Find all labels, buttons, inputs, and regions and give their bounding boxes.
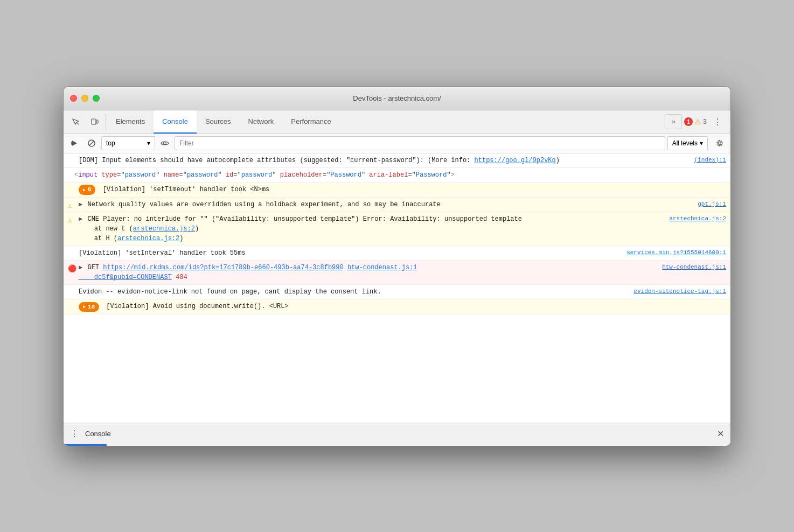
console-toolbar: top ▾ All levels ▾ [64, 134, 730, 153]
tab-network[interactable]: Network [240, 110, 283, 134]
minimize-button[interactable] [81, 95, 88, 102]
svg-point-7 [164, 142, 166, 145]
entry-content: ▶ GET https://mid.rkdms.com/ids?ptk=17c1… [79, 263, 656, 282]
violation-badge[interactable]: ▶ 18 [79, 302, 99, 312]
filter-input[interactable] [175, 136, 665, 150]
console-entry: ⚠ ▶ Network quality values are overridde… [64, 198, 730, 212]
error-badge: 1 ⚠ 3 [684, 117, 707, 126]
context-dropdown-arrow: ▾ [147, 139, 150, 147]
entry-content: [Violation] 'setInterval' handler took 5… [79, 248, 620, 258]
bottom-bar-wrapper: ⋮ Console ✕ [64, 423, 730, 446]
tabs-divider [106, 114, 106, 130]
entry-content: ▶ 6 [Violation] 'setTimeout' handler too… [79, 185, 726, 195]
execute-button[interactable] [67, 136, 82, 150]
entry-source[interactable]: gpt.js:1 [691, 200, 726, 209]
window-title: DevTools - arstechnica.com/ [353, 94, 441, 102]
console-output: [DOM] Input elements should have autocom… [64, 153, 730, 423]
more-tabs-button[interactable]: » [665, 114, 682, 129]
violation-badge[interactable]: ▶ 6 [79, 185, 95, 195]
tab-performance[interactable]: Performance [282, 110, 339, 134]
bottom-bar-close-button[interactable]: ✕ [717, 429, 724, 439]
close-button[interactable] [70, 95, 77, 102]
console-entry: ▶ 18 [Violation] Avoid using document.wr… [64, 299, 730, 314]
entry-content: [DOM] Input elements should have autocom… [79, 156, 688, 165]
clear-console-button[interactable] [84, 136, 99, 150]
warning-icon: ⚠ [694, 117, 701, 126]
devtools-panel: Elements Console Sources Network Perform… [64, 110, 730, 446]
svg-point-8 [719, 142, 721, 145]
console-entry: 🔴 ▶ GET https://mid.rkdms.com/ids?ptk=17… [64, 261, 730, 285]
tab-elements[interactable]: Elements [107, 110, 154, 134]
devtools-menu-button[interactable]: ⋮ [709, 117, 726, 127]
levels-dropdown-arrow: ▾ [700, 139, 703, 147]
svg-line-0 [76, 122, 79, 124]
bottom-bar-menu-button[interactable]: ⋮ [70, 429, 79, 439]
entry-content: ▶ 18 [Violation] Avoid using document.wr… [79, 302, 726, 312]
live-expressions-button[interactable] [157, 136, 172, 150]
inspect-element-button[interactable] [66, 110, 85, 134]
entry-source[interactable]: services.min.js?1555014600:1 [620, 248, 726, 257]
svg-line-6 [89, 141, 94, 145]
console-entry: ▶ 6 [Violation] 'setTimeout' handler too… [64, 183, 730, 198]
tab-console[interactable]: Console [154, 110, 197, 134]
bottom-bar: ⋮ Console ✕ [64, 423, 730, 444]
entry-source[interactable]: (index):1 [688, 156, 726, 165]
tabs-bar: Elements Console Sources Network Perform… [64, 110, 730, 134]
warning-icon: ⚠ [68, 201, 72, 212]
log-level-selector[interactable]: All levels ▾ [667, 136, 708, 150]
entry-content: Evidon -- evidon-notice-link not found o… [79, 287, 627, 297]
entry-source[interactable]: htw-condenast.js:1 [656, 263, 726, 272]
svg-rect-2 [96, 120, 98, 123]
console-entry: <input type="password" name="password" i… [64, 168, 730, 183]
devtools-window: DevTools - arstechnica.com/ Element [63, 86, 731, 446]
console-entry: Evidon -- evidon-notice-link not found o… [64, 285, 730, 299]
error-icon: 🔴 [68, 264, 76, 275]
svg-rect-1 [92, 119, 96, 124]
bottom-indicator [64, 444, 107, 446]
console-entry: [DOM] Input elements should have autocom… [64, 153, 730, 168]
warning-count: 3 [703, 118, 707, 125]
context-selector[interactable]: top ▾ [101, 136, 155, 150]
titlebar: DevTools - arstechnica.com/ [64, 87, 730, 110]
maximize-button[interactable] [93, 95, 100, 102]
console-entry: [Violation] 'setInterval' handler took 5… [64, 246, 730, 261]
entry-source[interactable]: arstechnica.js:2 [663, 214, 726, 223]
svg-marker-3 [72, 141, 77, 146]
entry-content: ▶ CNE Player: no interlude for "" ("Avai… [79, 214, 663, 243]
warning-icon: ⚠ [68, 215, 72, 226]
error-count-badge: 1 [684, 117, 693, 126]
entry-content: <input type="password" name="password" i… [74, 170, 726, 180]
traffic-lights [70, 95, 100, 102]
entry-content: ▶ Network quality values are overridden … [79, 200, 691, 209]
bottom-bar-label: Console [85, 430, 111, 438]
device-toolbar-button[interactable] [85, 110, 105, 134]
entry-source[interactable]: evidon-sitenotice-tag.js:1 [627, 287, 726, 296]
tab-sources[interactable]: Sources [197, 110, 240, 134]
console-settings-button[interactable] [712, 136, 727, 150]
console-entry: ⚠ ▶ CNE Player: no interlude for "" ("Av… [64, 212, 730, 246]
tabs-right-area: » 1 ⚠ 3 ⋮ [665, 110, 728, 134]
